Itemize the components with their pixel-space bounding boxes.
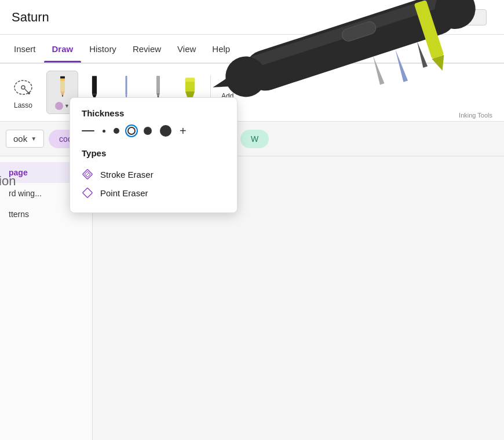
menu-bar: Insert Draw History Review View Help bbox=[0, 35, 504, 64]
notebook-label: ook bbox=[13, 134, 27, 144]
svg-rect-24 bbox=[83, 188, 93, 198]
lasso-icon bbox=[12, 76, 35, 99]
menu-item-view[interactable]: View bbox=[169, 35, 204, 63]
pen-color-swatch bbox=[55, 102, 63, 110]
thickness-option-medium[interactable] bbox=[144, 127, 152, 135]
lasso-label: Lasso bbox=[14, 101, 32, 109]
thickness-option-large[interactable] bbox=[160, 125, 171, 137]
svg-line-2 bbox=[25, 89, 28, 93]
svg-rect-19 bbox=[185, 78, 194, 82]
point-eraser-label: Point Eraser bbox=[100, 188, 148, 198]
thickness-option-line[interactable] bbox=[82, 130, 94, 131]
pen-chevron-icon[interactable]: ▼ bbox=[64, 103, 70, 109]
point-eraser-icon bbox=[82, 187, 93, 199]
tag-extra[interactable]: W bbox=[240, 130, 269, 148]
svg-point-1 bbox=[21, 86, 25, 89]
thickness-option-medium-ring[interactable] bbox=[127, 127, 136, 135]
title-bar: Saturn 🔍 Searc bbox=[0, 0, 504, 35]
stroke-eraser-option[interactable]: Stroke Eraser bbox=[82, 165, 225, 184]
svg-point-3 bbox=[28, 92, 30, 94]
svg-rect-10 bbox=[92, 76, 96, 94]
menu-item-insert[interactable]: Insert bbox=[6, 35, 44, 63]
app-title: Saturn bbox=[12, 10, 49, 25]
plus-icon: + bbox=[224, 75, 231, 90]
lasso-tool[interactable]: Lasso bbox=[6, 71, 41, 114]
thickness-option-small[interactable] bbox=[103, 130, 105, 133]
svg-rect-12 bbox=[125, 76, 127, 95]
point-eraser-option[interactable]: Point Eraser bbox=[82, 184, 225, 202]
search-box[interactable]: 🔍 Searc bbox=[394, 9, 487, 25]
types-title: Types bbox=[82, 148, 225, 158]
menu-item-help[interactable]: Help bbox=[204, 35, 238, 63]
menu-item-history[interactable]: History bbox=[81, 35, 125, 63]
notebook-selector[interactable]: ook ▼ bbox=[6, 130, 44, 148]
menu-item-draw[interactable]: Draw bbox=[44, 35, 82, 63]
stroke-eraser-icon bbox=[82, 168, 93, 180]
pencil-icon bbox=[53, 75, 72, 101]
thickness-row: + bbox=[82, 125, 225, 137]
search-icon: 🔍 bbox=[401, 13, 411, 22]
notebook-chevron-icon: ▼ bbox=[31, 135, 36, 142]
thickness-option-small2[interactable] bbox=[114, 128, 119, 134]
thickness-plus-icon[interactable]: + bbox=[180, 125, 187, 137]
svg-rect-9 bbox=[60, 76, 65, 79]
stroke-eraser-label: Stroke Eraser bbox=[100, 170, 154, 179]
menu-item-review[interactable]: Review bbox=[125, 35, 169, 63]
svg-rect-15 bbox=[156, 76, 160, 93]
thickness-popup: Thickness + Types Stroke Eraser Point Er… bbox=[70, 97, 238, 213]
thickness-title: Thickness bbox=[82, 108, 225, 118]
svg-marker-20 bbox=[185, 91, 194, 97]
svg-marker-8 bbox=[61, 96, 63, 97]
left-partial-text: tion bbox=[0, 174, 16, 189]
inking-tools-label: Inking Tools bbox=[459, 112, 492, 119]
search-label: Searc bbox=[416, 13, 437, 22]
